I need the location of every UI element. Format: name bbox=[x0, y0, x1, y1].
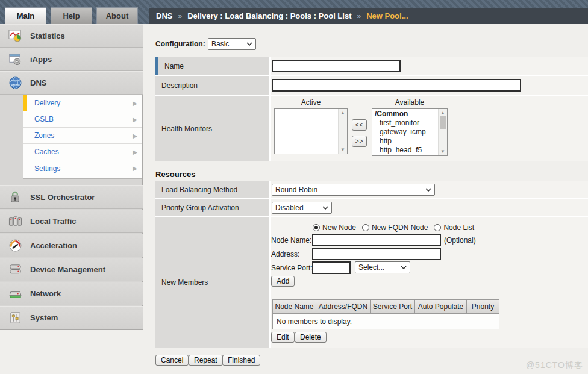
new-fqdn-node-radio[interactable] bbox=[362, 224, 369, 231]
available-list-scrollbar[interactable]: ▲ ▼ bbox=[438, 109, 447, 155]
name-input[interactable] bbox=[272, 60, 401, 72]
sidebar: Statistics iApps DNS Delivery ▶ GSLB ▶ bbox=[0, 24, 143, 330]
members-empty-row: No members to display. bbox=[273, 314, 499, 329]
sidebar-item-network[interactable]: Network bbox=[0, 282, 143, 305]
finished-button[interactable]: Finished bbox=[222, 355, 260, 366]
sidebar-item-label: DNS bbox=[30, 78, 46, 87]
sidebar-item-local-traffic[interactable]: Local Traffic bbox=[0, 210, 143, 233]
name-label: Name bbox=[164, 62, 184, 70]
sidebar-item-label: Network bbox=[30, 289, 61, 298]
iapps-icon bbox=[8, 52, 23, 66]
members-table-header: Node Name Address/FQDN Service Port Auto… bbox=[273, 300, 499, 314]
list-option[interactable]: first_monitor bbox=[372, 119, 438, 128]
description-label: Description bbox=[161, 81, 198, 90]
list-option[interactable]: /Common bbox=[372, 110, 438, 119]
sidebar-item-acceleration[interactable]: Acceleration bbox=[0, 234, 143, 257]
sidebar-item-dns[interactable]: DNS bbox=[0, 71, 143, 95]
cancel-button[interactable]: Cancel bbox=[155, 355, 189, 366]
submenu-label: GSLB bbox=[34, 115, 54, 123]
description-input[interactable] bbox=[272, 79, 521, 92]
col-service-port[interactable]: Service Port bbox=[371, 300, 415, 314]
sidebar-item-device-management[interactable]: Device Management bbox=[0, 258, 143, 281]
lb-method-label: Load Balancing Method bbox=[161, 185, 237, 194]
tab-help[interactable]: Help bbox=[51, 7, 92, 24]
list-option[interactable]: http_head_f5 bbox=[372, 146, 438, 155]
chevron-down-icon bbox=[401, 266, 407, 269]
scroll-down-icon[interactable]: ▼ bbox=[340, 147, 345, 152]
new-node-radio[interactable] bbox=[313, 224, 320, 231]
tab-about[interactable]: About bbox=[96, 7, 138, 24]
chevron-right-icon: ▶ bbox=[133, 165, 137, 172]
edit-button[interactable]: Edit bbox=[271, 332, 295, 343]
description-label-cell: Description bbox=[155, 76, 269, 95]
scroll-up-icon[interactable]: ▲ bbox=[440, 110, 445, 116]
list-option[interactable]: http bbox=[372, 137, 438, 146]
sidebar-item-zones[interactable]: Zones ▶ bbox=[23, 128, 142, 144]
chevron-down-icon bbox=[322, 206, 328, 210]
sidebar-item-label: System bbox=[30, 313, 58, 322]
col-priority[interactable]: Priority bbox=[467, 300, 499, 314]
address-input[interactable] bbox=[312, 248, 441, 260]
scrollbar-thumb[interactable] bbox=[440, 116, 446, 129]
node-list-radio[interactable] bbox=[434, 224, 441, 231]
col-node-name[interactable]: Node Name bbox=[273, 300, 316, 314]
sidebar-item-statistics[interactable]: Statistics bbox=[0, 24, 143, 48]
add-button[interactable]: Add bbox=[271, 276, 295, 287]
configuration-select[interactable]: Basic bbox=[208, 38, 256, 50]
available-monitors-listbox[interactable]: /Common first_monitor gateway_icmp http … bbox=[372, 108, 448, 156]
sidebar-item-settings[interactable]: Settings ▶ bbox=[23, 160, 142, 176]
address-label: Address: bbox=[271, 250, 299, 258]
active-list-scrollbar[interactable]: ▲ ▼ bbox=[338, 109, 347, 154]
breadcrumb-path[interactable]: Delivery : Load Balancing : Pools : Pool… bbox=[187, 11, 351, 20]
sidebar-item-gslb[interactable]: GSLB ▶ bbox=[23, 111, 142, 128]
col-auto-populate[interactable]: Auto Populate bbox=[415, 300, 467, 314]
sidebar-item-label: SSL Orchestrator bbox=[30, 193, 95, 202]
active-monitors-items bbox=[275, 109, 338, 154]
service-port-input[interactable] bbox=[312, 261, 351, 274]
statistics-icon bbox=[8, 29, 23, 43]
service-port-select[interactable]: Select... bbox=[355, 261, 410, 273]
required-marker bbox=[155, 57, 158, 75]
active-list-header: Active bbox=[274, 98, 348, 107]
col-address-fqdn[interactable]: Address/FQDN bbox=[316, 300, 371, 314]
node-name-label: Node Name: bbox=[271, 236, 311, 245]
lock-icon bbox=[8, 190, 23, 204]
members-table: Node Name Address/FQDN Service Port Auto… bbox=[272, 299, 499, 329]
priority-group-select[interactable]: Disabled bbox=[272, 202, 332, 214]
active-indicator bbox=[23, 95, 27, 111]
breadcrumb-separator: » bbox=[178, 12, 182, 20]
scroll-up-icon[interactable]: ▲ bbox=[340, 110, 345, 116]
new-members-label: New Members bbox=[161, 278, 208, 287]
sidebar-item-caches[interactable]: Caches ▶ bbox=[23, 144, 142, 160]
configuration-label: Configuration: bbox=[155, 40, 205, 48]
sidebar-item-delivery[interactable]: Delivery ▶ bbox=[23, 95, 142, 111]
dns-submenu: Delivery ▶ GSLB ▶ Zones ▶ Caches ▶ Setti… bbox=[23, 95, 142, 179]
scroll-down-icon[interactable]: ▼ bbox=[440, 149, 445, 154]
chevron-right-icon: ▶ bbox=[133, 116, 137, 123]
list-option[interactable]: gateway_icmp bbox=[372, 128, 438, 137]
active-monitors-listbox[interactable]: ▲ ▼ bbox=[274, 108, 348, 154]
sidebar-item-label: Acceleration bbox=[30, 241, 77, 250]
tab-main[interactable]: Main bbox=[5, 7, 46, 24]
repeat-button[interactable]: Repeat bbox=[189, 355, 223, 366]
move-to-active-button[interactable]: << bbox=[352, 119, 367, 131]
lb-method-label-cell: Load Balancing Method bbox=[155, 181, 269, 198]
submenu-label: Zones bbox=[34, 131, 54, 140]
move-to-available-button[interactable]: >> bbox=[352, 136, 367, 147]
section-divider bbox=[143, 164, 588, 164]
node-list-radio-label: Node List bbox=[443, 223, 474, 232]
node-name-input[interactable] bbox=[312, 234, 441, 246]
sidebar-item-ssl-orchestrator[interactable]: SSL Orchestrator bbox=[0, 185, 143, 209]
sidebar-item-label: Statistics bbox=[30, 31, 65, 40]
breadcrumb: DNS » Delivery : Load Balancing : Pools … bbox=[149, 8, 588, 24]
chevron-right-icon: ▶ bbox=[133, 100, 137, 107]
delete-button[interactable]: Delete bbox=[295, 332, 327, 343]
sidebar-item-iapps[interactable]: iApps bbox=[0, 48, 143, 71]
priority-group-row: Priority Group Activation bbox=[155, 199, 588, 216]
sidebar-item-system[interactable]: System bbox=[0, 306, 143, 329]
load-balancing-method-select[interactable]: Round Robin bbox=[272, 184, 435, 196]
main-content: Configuration: Basic Name Description He… bbox=[143, 24, 588, 374]
priority-group-label-cell: Priority Group Activation bbox=[155, 199, 269, 216]
breadcrumb-root[interactable]: DNS bbox=[156, 11, 172, 20]
watermark: @51CTO博客 bbox=[526, 360, 583, 371]
